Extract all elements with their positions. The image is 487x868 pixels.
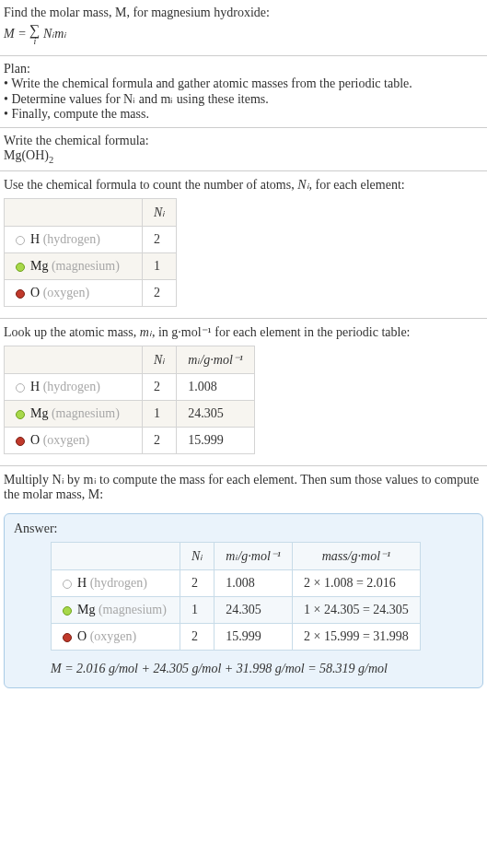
- elem-sym: H: [30, 380, 40, 393]
- answer-col-ni: Nᵢ: [180, 542, 215, 569]
- elem-name: (magnesium): [52, 406, 120, 420]
- elem-name: (magnesium): [52, 259, 120, 273]
- elem-sym: H: [77, 576, 87, 590]
- elem-name: (hydrogen): [43, 380, 100, 393]
- answer-col-blank: [52, 542, 180, 569]
- multiply-section: Multiply Nᵢ by mᵢ to compute the mass fo…: [0, 466, 487, 508]
- count-heading-a: Use the chemical formula to count the nu…: [4, 178, 297, 192]
- count-table: Nᵢ H (hydrogen) 2 Mg (magnesium) 1 O (ox…: [4, 198, 177, 307]
- mass-col-blank: [5, 346, 143, 373]
- mass-heading-b: , in g·mol⁻¹ for each element in the per…: [152, 325, 411, 339]
- cell-mi: 24.305: [177, 400, 255, 427]
- table-row: O (oxygen): [5, 279, 143, 306]
- answer-table: Nᵢ mᵢ/g·mol⁻¹ mass/g·mol⁻¹ H (hydrogen) …: [51, 542, 421, 651]
- cell-mi: 24.305: [215, 596, 293, 623]
- plan-bullet-1: • Write the chemical formula and gather …: [4, 76, 483, 91]
- formula-rhs: Nᵢmᵢ: [43, 27, 66, 41]
- mass-table: Nᵢ mᵢ/g·mol⁻¹ H (hydrogen) 2 1.008 Mg (m…: [4, 346, 255, 454]
- cell-ni: 2: [180, 623, 215, 650]
- mass-heading-a: Look up the atomic mass,: [4, 325, 140, 339]
- elem-sym: Mg: [30, 259, 48, 273]
- cell-ni: 2: [143, 279, 177, 306]
- count-heading-b: , for each element:: [309, 178, 405, 192]
- cell-mi: 15.999: [177, 427, 255, 453]
- elem-name: (oxygen): [90, 629, 137, 643]
- plan-bullet-3: • Finally, compute the mass.: [4, 107, 483, 122]
- elem-sym: O: [77, 629, 87, 643]
- chem-section: Write the chemical formula: Mg(OH)2: [0, 128, 487, 170]
- table-row: O (oxygen): [52, 623, 180, 650]
- elem-name: (magnesium): [99, 603, 167, 616]
- elem-sym: O: [30, 433, 40, 447]
- elem-sym: Mg: [30, 406, 48, 420]
- table-row: Mg (magnesium): [5, 400, 143, 427]
- elem-sym: O: [30, 286, 40, 299]
- cell-ni: 1: [143, 400, 177, 427]
- dot-icon: [63, 606, 72, 616]
- dot-icon: [63, 633, 72, 642]
- cell-mi: 15.999: [215, 623, 293, 650]
- answer-box: Answer: Nᵢ mᵢ/g·mol⁻¹ mass/g·mol⁻¹ H (hy…: [4, 513, 483, 688]
- elem-name: (oxygen): [43, 433, 90, 447]
- dot-icon: [16, 263, 25, 272]
- count-section: Use the chemical formula to count the nu…: [0, 171, 487, 318]
- cell-ni: 2: [143, 427, 177, 453]
- count-heading: Use the chemical formula to count the nu…: [4, 177, 483, 193]
- elem-name: (oxygen): [43, 286, 90, 299]
- chem-formula: Mg(OH)2: [4, 148, 483, 165]
- cell-ni: 2: [143, 373, 177, 400]
- mass-section: Look up the atomic mass, mᵢ, in g·mol⁻¹ …: [0, 319, 487, 465]
- intro-formula: M = ∑i Nᵢmᵢ: [4, 24, 483, 46]
- table-row: Mg (magnesium): [5, 252, 143, 279]
- multiply-text: Multiply Nᵢ by mᵢ to compute the mass fo…: [4, 472, 483, 502]
- dot-icon: [16, 289, 25, 299]
- count-heading-var: Nᵢ: [297, 178, 308, 192]
- chem-formula-text: Mg(OH): [4, 148, 49, 162]
- dot-icon: [16, 437, 25, 446]
- mass-col-ni: Nᵢ: [143, 346, 177, 373]
- cell-ni: 1: [143, 252, 177, 279]
- count-col-blank: [5, 198, 143, 226]
- table-row: H (hydrogen): [52, 569, 180, 596]
- formula-lhs: M =: [4, 27, 29, 41]
- cell-ni: 2: [180, 569, 215, 596]
- mass-col-mi: mᵢ/g·mol⁻¹: [177, 346, 255, 373]
- cell-mi: 1.008: [177, 373, 255, 400]
- plan-heading: Plan:: [4, 62, 483, 76]
- table-row: Mg (magnesium): [52, 596, 180, 623]
- count-col-ni: Nᵢ: [143, 198, 177, 226]
- answer-label: Answer:: [14, 522, 473, 536]
- cell-ni: 2: [143, 226, 177, 252]
- dot-icon: [16, 410, 25, 419]
- dot-icon: [63, 580, 72, 589]
- intro-section: Find the molar mass, M, for magnesium hy…: [0, 0, 487, 55]
- answer-col-mi: mᵢ/g·mol⁻¹: [215, 542, 293, 569]
- dot-icon: [16, 383, 25, 393]
- cell-calc: 2 × 15.999 = 31.998: [293, 623, 421, 650]
- table-row: H (hydrogen): [5, 373, 143, 400]
- cell-calc: 1 × 24.305 = 24.305: [293, 596, 421, 623]
- elem-name: (hydrogen): [43, 232, 100, 246]
- plan-section: Plan: • Write the chemical formula and g…: [0, 56, 487, 127]
- mass-heading: Look up the atomic mass, mᵢ, in g·mol⁻¹ …: [4, 324, 483, 340]
- chem-heading: Write the chemical formula:: [4, 134, 483, 148]
- answer-equation: M = 2.016 g/mol + 24.305 g/mol + 31.998 …: [51, 662, 473, 676]
- elem-sym: H: [30, 232, 40, 246]
- cell-mi: 1.008: [215, 569, 293, 596]
- dot-icon: [16, 236, 25, 245]
- answer-col-mass: mass/g·mol⁻¹: [293, 542, 421, 569]
- intro-line: Find the molar mass, M, for magnesium hy…: [4, 6, 483, 20]
- cell-ni: 1: [180, 596, 215, 623]
- cell-calc: 2 × 1.008 = 2.016: [293, 569, 421, 596]
- mass-heading-var: mᵢ: [140, 325, 152, 339]
- table-row: O (oxygen): [5, 427, 143, 453]
- plan-bullet-2: • Determine values for Nᵢ and mᵢ using t…: [4, 91, 483, 107]
- chem-formula-sub: 2: [49, 155, 53, 165]
- table-row: H (hydrogen): [5, 226, 143, 252]
- elem-name: (hydrogen): [90, 576, 147, 590]
- sigma-icon: ∑i: [29, 24, 40, 46]
- elem-sym: Mg: [77, 603, 95, 616]
